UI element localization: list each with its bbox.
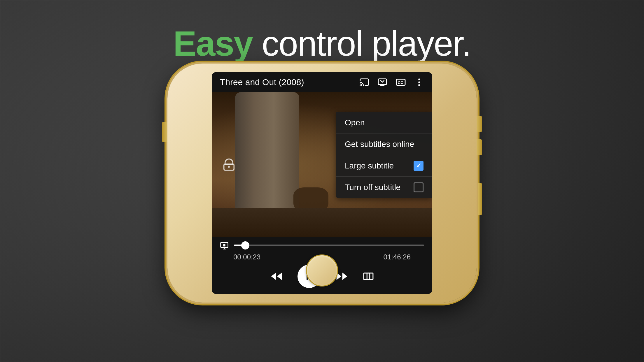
screen-mirror-icon[interactable] bbox=[377, 77, 387, 87]
ground-area bbox=[212, 208, 432, 237]
dropdown-large-subtitle[interactable]: Large subtitle ✓ bbox=[336, 155, 432, 177]
dropdown-subtitles-online[interactable]: Get subtitles online bbox=[336, 133, 432, 155]
lock-rotate-icon[interactable] bbox=[222, 158, 236, 171]
svg-text:CC: CC bbox=[398, 80, 404, 85]
dropdown-open-label: Open bbox=[345, 118, 365, 127]
svg-point-4 bbox=[418, 78, 420, 80]
cast-icon[interactable] bbox=[359, 77, 369, 87]
power-button-mid bbox=[477, 139, 482, 155]
large-subtitle-checkbox[interactable]: ✓ bbox=[414, 161, 424, 171]
aspect-ratio-button[interactable] bbox=[363, 271, 374, 282]
power-button-top bbox=[477, 116, 482, 132]
rewind-button[interactable] bbox=[270, 270, 283, 283]
progress-thumb[interactable] bbox=[241, 241, 249, 249]
svg-marker-15 bbox=[342, 273, 347, 280]
dropdown-subtitles-online-label: Get subtitles online bbox=[345, 140, 414, 149]
progress-bar[interactable] bbox=[234, 245, 424, 246]
player-icons: CC bbox=[359, 77, 424, 87]
volume-button bbox=[162, 122, 167, 142]
page-title: Easy control player. bbox=[0, 23, 644, 64]
svg-point-5 bbox=[418, 81, 420, 83]
svg-point-6 bbox=[418, 84, 420, 86]
svg-rect-10 bbox=[223, 244, 225, 247]
dropdown-menu: Open Get subtitles online Large subtitle… bbox=[336, 112, 432, 198]
svg-point-8 bbox=[228, 166, 230, 168]
video-area: Open Get subtitles online Large subtitle… bbox=[212, 92, 432, 237]
svg-marker-12 bbox=[277, 273, 282, 280]
checkmark-icon: ✓ bbox=[416, 162, 421, 170]
title-rest: control player. bbox=[253, 24, 471, 63]
time-current: 00:00:23 bbox=[233, 253, 260, 261]
player-title: Three and Out (2008) bbox=[220, 77, 304, 87]
player-topbar: Three and Out (2008) bbox=[212, 72, 432, 92]
dropdown-turn-off-label: Turn off subtitle bbox=[345, 183, 400, 192]
time-total: 01:46:26 bbox=[384, 253, 411, 261]
phone-shell: Three and Out (2008) bbox=[167, 64, 477, 303]
dropdown-open[interactable]: Open bbox=[336, 112, 432, 133]
turn-off-subtitle-checkbox[interactable] bbox=[414, 182, 424, 192]
home-button[interactable] bbox=[306, 254, 338, 287]
screen-lock-icon[interactable] bbox=[220, 240, 229, 250]
dropdown-large-subtitle-label: Large subtitle bbox=[345, 161, 394, 171]
svg-marker-11 bbox=[271, 273, 276, 280]
more-icon[interactable] bbox=[414, 77, 424, 87]
title-easy: Easy bbox=[173, 24, 253, 63]
dropdown-turn-off-subtitle[interactable]: Turn off subtitle bbox=[336, 177, 432, 198]
svg-rect-17 bbox=[364, 273, 373, 280]
silent-switch bbox=[478, 183, 482, 215]
progress-row bbox=[220, 240, 424, 250]
cc-icon[interactable]: CC bbox=[396, 77, 406, 87]
